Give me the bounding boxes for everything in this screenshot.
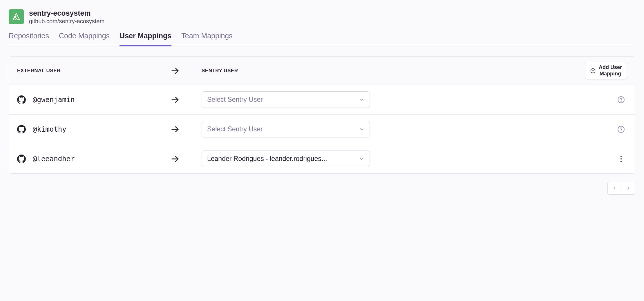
arrow-right-icon [171, 155, 180, 163]
sentry-user-select[interactable]: Select Sentry User [202, 91, 370, 108]
tab-user-mappings[interactable]: User Mappings [120, 32, 171, 46]
arrow-right-icon [171, 95, 180, 104]
add-user-mapping-label: Add UserMapping [599, 64, 622, 77]
svg-point-8 [618, 126, 624, 133]
external-username: @gwenjamin [33, 96, 75, 104]
mapping-row: @gwenjamin Select Sentry User [9, 85, 635, 115]
sentry-user-select[interactable]: Select Sentry User [202, 121, 370, 137]
svg-point-9 [621, 130, 621, 131]
integration-header: sentry-ecosystem github.com/sentry-ecosy… [9, 9, 635, 25]
github-icon [17, 125, 26, 134]
tab-repositories[interactable]: Repositories [9, 32, 49, 46]
chevron-down-icon [359, 97, 364, 102]
chevron-down-icon [359, 156, 364, 162]
tabs: Repositories Code Mappings User Mappings… [9, 32, 635, 46]
sentry-user-select[interactable]: Leander Rodrigues - leander.rodrigues… [202, 150, 370, 167]
prev-page-button[interactable] [607, 182, 621, 195]
mapping-row: @kimothy Select Sentry User [9, 115, 635, 144]
column-external-user: EXTERNAL USER [17, 68, 171, 74]
chevron-down-icon [359, 127, 364, 132]
svg-point-6 [621, 101, 621, 101]
tab-code-mappings[interactable]: Code Mappings [59, 32, 110, 46]
svg-point-5 [618, 97, 624, 103]
integration-subtitle: github.com/sentry-ecosystem [29, 18, 104, 25]
help-icon[interactable] [617, 96, 625, 104]
mappings-panel: EXTERNAL USER SENTRY USER Add UserMappin… [9, 56, 635, 174]
github-icon [17, 155, 26, 163]
svg-point-13 [621, 161, 622, 162]
column-sentry-user: SENTRY USER [202, 68, 585, 74]
sentry-logo-icon [9, 9, 24, 24]
svg-point-11 [621, 155, 622, 157]
arrow-right-icon [171, 125, 180, 134]
select-placeholder: Select Sentry User [207, 96, 356, 104]
more-icon[interactable] [620, 155, 622, 163]
external-username: @kimothy [33, 125, 66, 133]
plus-circle-icon [590, 68, 596, 74]
external-username: @leeandher [33, 155, 75, 163]
select-placeholder: Select Sentry User [207, 125, 356, 133]
tab-team-mappings[interactable]: Team Mappings [181, 32, 232, 46]
svg-point-12 [621, 158, 622, 159]
add-user-mapping-button[interactable]: Add UserMapping [585, 62, 627, 79]
arrow-right-icon [171, 66, 180, 75]
integration-title: sentry-ecosystem [29, 9, 104, 17]
mapping-row: @leeandher Leander Rodrigues - leander.r… [9, 144, 635, 173]
github-icon [17, 95, 26, 104]
pagination [9, 182, 635, 195]
select-value: Leander Rodrigues - leander.rodrigues… [207, 155, 356, 163]
next-page-button[interactable] [621, 182, 635, 195]
panel-header: EXTERNAL USER SENTRY USER Add UserMappin… [9, 57, 635, 85]
help-icon[interactable] [617, 126, 625, 133]
